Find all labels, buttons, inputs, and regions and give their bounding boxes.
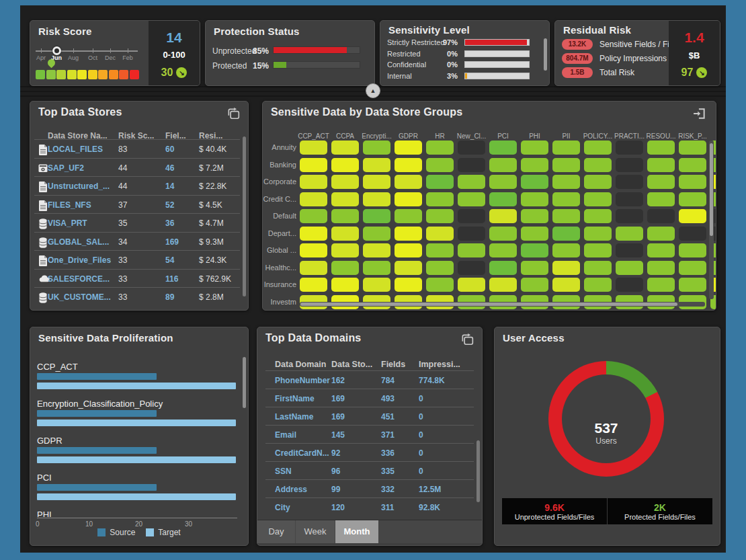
data-domain-link[interactable]: PhoneNumber	[275, 376, 330, 385]
heatmap-cell[interactable]	[679, 209, 706, 223]
heatmap-cell[interactable]	[426, 158, 454, 172]
heatmap-cell[interactable]	[616, 227, 643, 241]
heatmap-cell[interactable]	[426, 243, 454, 257]
heatmap-cell[interactable]	[552, 209, 580, 223]
data-domain-link[interactable]: Address	[275, 485, 307, 494]
heatmap-cell[interactable]	[300, 227, 327, 241]
heatmap-cell[interactable]	[363, 209, 390, 223]
heatmap-cell[interactable]	[426, 192, 454, 206]
proliferation-scrollbar[interactable]	[243, 357, 246, 408]
tab-month[interactable]: Month	[335, 520, 378, 543]
heatmap-cell[interactable]	[584, 209, 612, 223]
heatmap-cell[interactable]	[616, 175, 643, 189]
data-store-name-link[interactable]: LOCAL_FILES	[48, 145, 103, 154]
data-store-name-link[interactable]: GLOBAL_SAL...	[48, 237, 109, 247]
heatmap-cell[interactable]	[647, 192, 675, 206]
heatmap-cell[interactable]	[552, 192, 580, 206]
fields-count-link[interactable]: 60	[165, 145, 174, 154]
table-row[interactable]: Address9933212.5M	[265, 479, 474, 498]
heatmap-cell[interactable]	[458, 261, 485, 275]
data-store-name-link[interactable]: SALESFORCE...	[48, 274, 110, 284]
heatmap-cell[interactable]	[458, 141, 485, 155]
heatmap-cell[interactable]	[331, 278, 359, 292]
heatmap-cell[interactable]	[489, 192, 517, 206]
heatmap-cell[interactable]	[300, 243, 327, 257]
fields-count-link[interactable]: 14	[165, 182, 174, 191]
heatmap-cell[interactable]	[584, 192, 612, 206]
heatmap-cell[interactable]	[552, 278, 580, 292]
table-row[interactable]: SALESFORCE...33116$ 762.9K	[34, 269, 240, 288]
tab-day[interactable]: Day	[257, 520, 295, 543]
heatmap-cell[interactable]	[458, 175, 485, 189]
heatmap-vscroll-thumb[interactable]	[710, 143, 713, 236]
data-domain-link[interactable]: FirstName	[275, 394, 315, 403]
heatmap-cell[interactable]	[363, 141, 390, 155]
table-row[interactable]: City12031192.8K	[265, 497, 474, 516]
table-row[interactable]: SSN963350	[265, 461, 474, 480]
fields-count-link[interactable]: 54	[165, 255, 174, 265]
heatmap-cell[interactable]	[458, 158, 485, 172]
heatmap-cell[interactable]	[458, 243, 485, 257]
heatmap-cell[interactable]	[331, 227, 359, 241]
fields-count-link[interactable]: 36	[165, 218, 174, 228]
heatmap-cell[interactable]	[458, 209, 485, 223]
heatmap-cell[interactable]	[395, 261, 422, 275]
heatmap-cell[interactable]	[331, 141, 359, 155]
table-row[interactable]: Email1453710	[265, 425, 474, 444]
data-domain-link[interactable]: SSN	[275, 467, 292, 476]
heatmap-cell[interactable]	[552, 243, 580, 257]
heatmap-cell[interactable]	[647, 209, 675, 223]
data-store-name-link[interactable]: Unstructured_...	[48, 182, 110, 191]
heatmap-cell[interactable]	[584, 278, 612, 292]
heatmap-cell[interactable]	[521, 243, 548, 257]
heatmap-cell[interactable]	[616, 243, 643, 257]
heatmap-hscroll-thumb[interactable]	[300, 303, 677, 306]
table-row[interactable]: LastName1694510	[265, 407, 474, 426]
heatmap-cell[interactable]	[426, 227, 454, 241]
heatmap-cell[interactable]	[458, 227, 485, 241]
heatmap-cell[interactable]	[458, 278, 485, 292]
heatmap-cell[interactable]	[300, 209, 327, 223]
heatmap-cell[interactable]	[616, 209, 643, 223]
heatmap-cell[interactable]	[584, 141, 612, 155]
heatmap-cell[interactable]	[647, 243, 675, 257]
heatmap-cell[interactable]	[679, 278, 706, 292]
heatmap-cell[interactable]	[300, 175, 327, 189]
heatmap-cell[interactable]	[616, 141, 643, 155]
heatmap-cell[interactable]	[552, 158, 580, 172]
heatmap-cell[interactable]	[679, 227, 706, 241]
heatmap-cell[interactable]	[552, 261, 580, 275]
heatmap-cell[interactable]	[363, 243, 390, 257]
heatmap-cell[interactable]	[521, 175, 548, 189]
heatmap-cell[interactable]	[521, 227, 548, 241]
heatmap-cell[interactable]	[395, 227, 422, 241]
heatmap-cell[interactable]	[331, 261, 359, 275]
heatmap-cell[interactable]	[363, 227, 390, 241]
heatmap-cell[interactable]	[489, 227, 517, 241]
heatmap-cell[interactable]	[647, 261, 675, 275]
fields-count-link[interactable]: 116	[165, 274, 178, 284]
heatmap-cell[interactable]	[647, 158, 675, 172]
heatmap-cell[interactable]	[395, 278, 422, 292]
heatmap-cell[interactable]	[647, 227, 675, 241]
table-row[interactable]: FirstName1694930	[265, 389, 474, 407]
heatmap-cell[interactable]	[300, 278, 327, 292]
heatmap-cell[interactable]	[489, 158, 517, 172]
heatmap-cell[interactable]	[584, 175, 612, 189]
data-domain-link[interactable]: LastName	[275, 412, 313, 422]
table-row[interactable]: UK_CUSTOME...3389$ 2.8M	[34, 287, 240, 306]
time-slider-track[interactable]	[36, 50, 138, 52]
heatmap-cell[interactable]	[679, 243, 706, 257]
user-access-donut-chart[interactable]: 537 Users	[548, 361, 664, 477]
heatmap-cell[interactable]	[331, 175, 359, 189]
heatmap-cell[interactable]	[489, 261, 517, 275]
heatmap-cell[interactable]	[521, 192, 548, 206]
heatmap-cell[interactable]	[300, 141, 327, 155]
heatmap-cell[interactable]	[552, 175, 580, 189]
heatmap-cell[interactable]	[679, 261, 706, 275]
heatmap-cell[interactable]	[616, 261, 643, 275]
heatmap-cell[interactable]	[584, 243, 612, 257]
heatmap-cell[interactable]	[426, 261, 454, 275]
table-row[interactable]: LOCAL_FILES8360$ 40.4K	[34, 139, 240, 158]
heatmap-cell[interactable]	[300, 261, 327, 275]
